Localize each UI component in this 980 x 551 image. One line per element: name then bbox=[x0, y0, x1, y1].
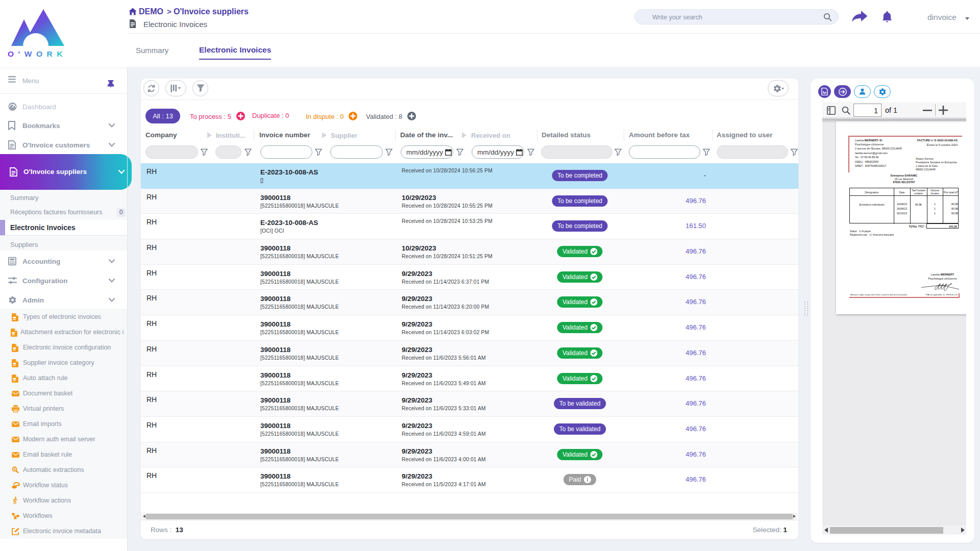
svg-text:O'WORK: O'WORK bbox=[8, 49, 67, 58]
